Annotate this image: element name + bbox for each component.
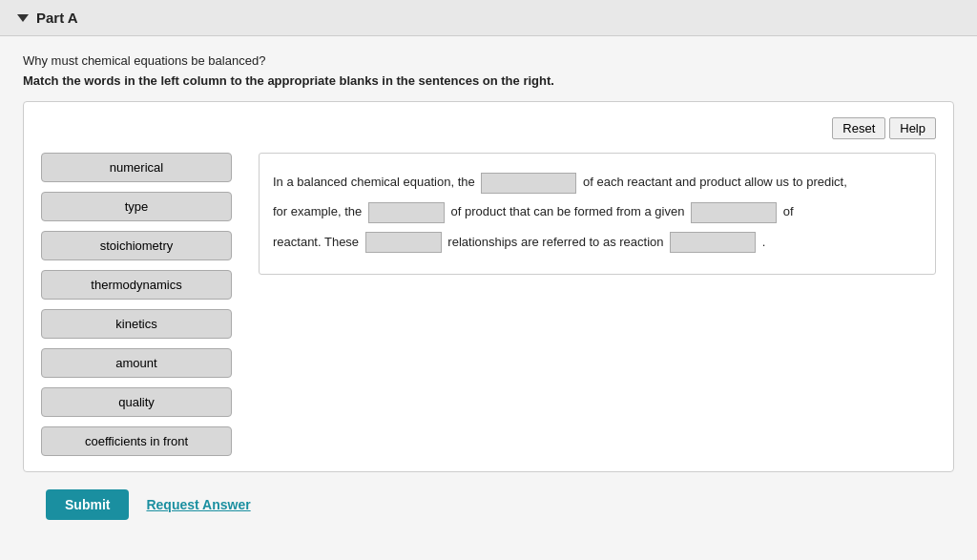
matching-content: numerical type stoichiometry thermodynam… xyxy=(41,153,936,456)
word-amount[interactable]: amount xyxy=(41,348,232,378)
blank-5[interactable] xyxy=(670,232,756,253)
part-header: Part A xyxy=(0,0,977,36)
blank-2[interactable] xyxy=(368,202,445,223)
word-numerical[interactable]: numerical xyxy=(41,153,232,182)
sentence-3-start: reactant. These xyxy=(273,235,359,249)
help-button[interactable]: Help xyxy=(889,117,936,139)
part-title: Part A xyxy=(36,10,78,26)
toolbar: Reset Help xyxy=(41,117,936,139)
word-quality[interactable]: quality xyxy=(41,387,232,417)
sentence-line-3: reactant. These relationships are referr… xyxy=(273,229,922,255)
sentence-line-1: In a balanced chemical equation, the of … xyxy=(273,169,922,195)
word-stoichiometry[interactable]: stoichiometry xyxy=(41,231,232,260)
content-area: Why must chemical equations be balanced?… xyxy=(0,36,977,537)
sentence-2-end: of xyxy=(783,204,794,218)
word-coefficients-in-front[interactable]: coefficients in front xyxy=(41,426,232,456)
question-prompt: Why must chemical equations be balanced? xyxy=(23,53,954,68)
sentence-line-2: for example, the of product that can be … xyxy=(273,198,922,224)
right-column: In a balanced chemical equation, the of … xyxy=(259,153,936,275)
sentence-1-end: of each reactant and product allow us to… xyxy=(583,175,847,189)
word-kinetics[interactable]: kinetics xyxy=(41,309,232,339)
word-thermodynamics[interactable]: thermodynamics xyxy=(41,270,232,300)
blank-3[interactable] xyxy=(691,202,777,223)
sentence-1-start: In a balanced chemical equation, the xyxy=(273,175,475,189)
sentence-2-mid: of product that can be formed from a giv… xyxy=(450,204,684,218)
matching-box: Reset Help numerical type stoichiometry … xyxy=(23,101,954,472)
blank-4[interactable] xyxy=(365,232,442,253)
instructions-text: Match the words in the left column to th… xyxy=(23,73,954,88)
chevron-down-icon xyxy=(17,14,29,22)
word-type[interactable]: type xyxy=(41,192,232,221)
left-column: numerical type stoichiometry thermodynam… xyxy=(41,153,232,456)
submit-button[interactable]: Submit xyxy=(46,489,129,520)
bottom-bar: Submit Request Answer xyxy=(23,489,954,520)
reset-button[interactable]: Reset xyxy=(832,117,885,139)
request-answer-button[interactable]: Request Answer xyxy=(146,497,250,512)
sentence-3-end: relationships are referred to as reactio… xyxy=(447,235,663,249)
sentence-2-start: for example, the xyxy=(273,204,362,218)
blank-1[interactable] xyxy=(481,173,576,194)
sentence-3-final: . xyxy=(762,235,766,249)
